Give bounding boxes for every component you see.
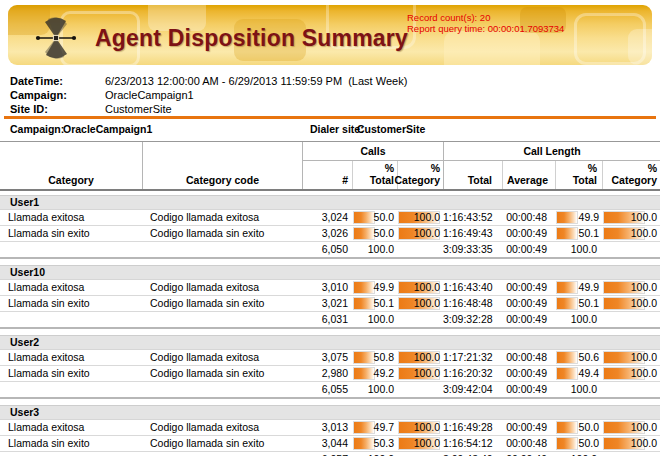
percent-bar (556, 227, 578, 240)
column-header-category-code: Category code (142, 142, 302, 189)
datetime-label: DateTime: (10, 74, 105, 88)
subtotal-length-average: 00:00:49 (502, 312, 555, 327)
data-row: Llamada exitosaCodigo llamada exitosa3,0… (0, 420, 660, 435)
length-total-cell: 1:16:43:40 (443, 280, 502, 295)
group-name-band: User3 (0, 405, 660, 420)
subtotal-spacer (142, 382, 302, 397)
percent-value: 100.0 (631, 297, 657, 309)
campaign-value: OracleCampaign1 (105, 89, 194, 101)
context-campaign-value: OracleCampaign1 (63, 123, 152, 135)
length-pct-category-cell: 100.0 (602, 226, 660, 241)
subtotal-calls-count: 6,055 (302, 382, 352, 397)
category-code-cell: Codigo llamada exitosa (142, 350, 302, 365)
percent-value: 49.9 (579, 211, 599, 223)
percent-value: 50.1 (579, 227, 599, 239)
calls-pct-category-cell: 100.0 (397, 420, 443, 435)
length-pct-total-cell: 50.1 (555, 296, 602, 311)
calls-count-cell: 3,024 (302, 210, 352, 225)
category-cell: Llamada sin exito (0, 226, 142, 241)
percent-bar (556, 351, 578, 364)
percent-value: 100.0 (631, 227, 657, 239)
siteid-value: CustomerSite (105, 103, 172, 115)
column-header-length-total: Total (443, 161, 502, 189)
subtotal-spacer (142, 452, 302, 456)
length-total-cell: 1:16:20:32 (443, 366, 502, 381)
column-header-length-average: Average (502, 161, 555, 189)
category-cell: Llamada sin exito (0, 366, 142, 381)
subtotal-spacer (142, 312, 302, 327)
table-body: User1Llamada exitosaCodigo llamada exito… (0, 195, 660, 456)
percent-value: 50.3 (374, 437, 394, 449)
percent-bar (556, 211, 578, 224)
column-header-length-pct-category: % Category (602, 161, 660, 189)
banner-stats: Record count(s): 20 Report query time: 0… (407, 12, 564, 34)
subtotal-length-average: 00:00:49 (502, 382, 555, 397)
group-name-band: User10 (0, 265, 660, 280)
percent-value: 100.0 (631, 367, 657, 379)
percent-value: 100.0 (414, 297, 440, 309)
percent-bar (353, 351, 375, 364)
context-dialer-site-label: Dialer site: (310, 123, 364, 135)
data-row: Llamada exitosaCodigo llamada exitosa3,0… (0, 280, 660, 295)
group-header-calls: Calls (302, 142, 443, 161)
subtotal-length-total: 3:09:33:35 (443, 242, 502, 257)
record-count-text: Record count(s): 20 (407, 12, 564, 23)
length-total-cell: 1:16:54:12 (443, 436, 502, 451)
subtotal-spacer (0, 312, 142, 327)
length-pct-category-cell: 100.0 (602, 420, 660, 435)
length-total-cell: 1:16:49:43 (443, 226, 502, 241)
percent-bar (353, 437, 375, 450)
column-header-calls-pct-total: % Total (352, 161, 397, 189)
length-average-cell: 00:00:49 (502, 420, 555, 435)
calls-count-cell: 3,026 (302, 226, 352, 241)
subtotal-length-pct-total: 100.0 (555, 312, 602, 327)
column-header-count: # (302, 161, 352, 189)
subtotal-length-average: 00:00:49 (502, 452, 555, 456)
length-average-cell: 00:00:48 (502, 350, 555, 365)
category-code-cell: Codigo llamada exitosa (142, 210, 302, 225)
category-code-cell: Codigo llamada sin exito (142, 436, 302, 451)
subtotal-spacer (0, 242, 142, 257)
table-header: Category Category code Calls Call Length… (0, 141, 660, 191)
percent-value: 50.1 (374, 297, 394, 309)
banner-decor (574, 13, 646, 65)
calls-pct-category-cell: 100.0 (397, 350, 443, 365)
length-pct-category-cell: 100.0 (602, 366, 660, 381)
calls-pct-total-cell: 49.9 (352, 280, 397, 295)
subtotal-spacer (397, 382, 443, 397)
datetime-value: 6/23/2013 12:00:00 AM - 6/29/2013 11:59:… (105, 75, 407, 87)
calls-pct-total-cell: 50.1 (352, 296, 397, 311)
subtotal-spacer (602, 312, 660, 327)
subtotal-length-average: 00:00:49 (502, 242, 555, 257)
disposition-summary-table: Category Category code Calls Call Length… (0, 141, 660, 456)
length-pct-total-cell: 49.9 (555, 280, 602, 295)
category-code-cell: Codigo llamada sin exito (142, 226, 302, 241)
subtotal-spacer (142, 242, 302, 257)
calls-pct-total-cell: 49.7 (352, 420, 397, 435)
length-average-cell: 00:00:48 (502, 436, 555, 451)
length-pct-total-cell: 50.0 (555, 420, 602, 435)
length-pct-category-cell: 100.0 (602, 296, 660, 311)
subtotal-spacer (602, 242, 660, 257)
user-group: User3Llamada exitosaCodigo llamada exito… (0, 405, 660, 456)
subtotal-row: 6,055100.03:09:42:0400:00:49100.0 (0, 381, 660, 399)
percent-value: 50.0 (579, 437, 599, 449)
user-group: User2Llamada exitosaCodigo llamada exito… (0, 335, 660, 399)
data-row: Llamada exitosaCodigo llamada exitosa3,0… (0, 210, 660, 225)
calls-count-cell: 3,021 (302, 296, 352, 311)
category-cell: Llamada exitosa (0, 420, 142, 435)
calls-pct-total-cell: 49.2 (352, 366, 397, 381)
percent-value: 100.0 (414, 211, 440, 223)
percent-value: 50.0 (579, 421, 599, 433)
percent-bar (556, 281, 578, 294)
percent-bar (353, 297, 375, 310)
percent-value: 100.0 (631, 211, 657, 223)
percent-value: 100.0 (414, 351, 440, 363)
campaign-label: Campaign: (10, 88, 105, 102)
context-dialer-site-value: CustomerSite (357, 123, 425, 135)
calls-pct-category-cell: 100.0 (397, 366, 443, 381)
calls-pct-category-cell: 100.0 (397, 296, 443, 311)
percent-value: 100.0 (414, 437, 440, 449)
calls-pct-total-cell: 50.3 (352, 436, 397, 451)
length-total-cell: 1:16:43:52 (443, 210, 502, 225)
